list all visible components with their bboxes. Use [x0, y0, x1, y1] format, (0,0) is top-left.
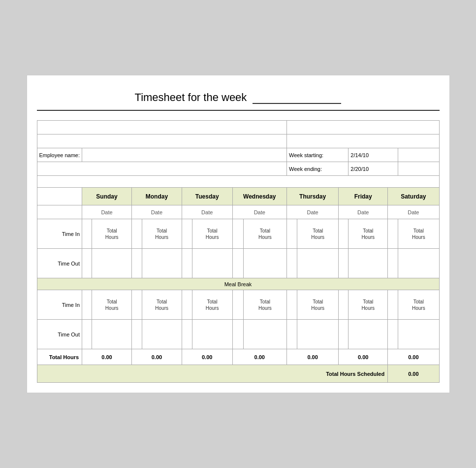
- friday-timeout-hours-1: [349, 249, 388, 278]
- saturday-hours-1: TotalHours: [398, 219, 439, 249]
- title-text: Timesheet for the week: [135, 91, 247, 103]
- wednesday-total: 0.00: [232, 349, 286, 365]
- friday-date: Date: [339, 205, 388, 219]
- monday-timeout-hours-1: [142, 249, 182, 278]
- saturday-timein-1[interactable]: [388, 219, 398, 249]
- thursday-timein-1[interactable]: [286, 219, 297, 249]
- sunday-timeout-hours-1: [92, 249, 132, 278]
- total-scheduled-value: 0.00: [388, 365, 439, 383]
- empty-header: [37, 188, 82, 205]
- tuesday-date: Date: [182, 205, 232, 219]
- title-row: Timesheet for the week: [37, 85, 440, 111]
- top-row-3: [37, 134, 439, 148]
- friday-timein-2[interactable]: [339, 290, 349, 320]
- friday-timein-1[interactable]: [339, 219, 349, 249]
- saturday-hours-2: TotalHours: [398, 290, 439, 320]
- meal-break-row: Meal Break: [37, 278, 439, 290]
- thursday-total: 0.00: [286, 349, 338, 365]
- saturday-timeout-2[interactable]: [388, 320, 398, 349]
- tuesday-timeout-hours-2: [192, 320, 232, 349]
- saturday-header: Saturday: [388, 188, 439, 205]
- title-underline: [253, 90, 341, 104]
- friday-timeout-hours-2: [349, 320, 388, 349]
- monday-total: 0.00: [132, 349, 182, 365]
- saturday-timeout-1[interactable]: [388, 249, 398, 278]
- week-ending-row: Week ending: 2/20/10: [37, 162, 439, 176]
- thursday-timein-2[interactable]: [286, 290, 297, 320]
- thursday-timeout-hours-2: [297, 320, 339, 349]
- wednesday-date: Date: [232, 205, 286, 219]
- sunday-total: 0.00: [82, 349, 132, 365]
- monday-timeout-1[interactable]: [132, 249, 142, 278]
- timesheet-table: Employee name: Week starting: 2/14/10 We…: [37, 111, 440, 383]
- week-ending-spacer: [37, 162, 286, 176]
- wednesday-timeout-hours-2: [243, 320, 286, 349]
- thursday-timeout-2[interactable]: [286, 320, 297, 349]
- wednesday-timeout-1[interactable]: [232, 249, 243, 278]
- sunday-timeout-2[interactable]: [82, 320, 92, 349]
- time-in-label-2: Time In: [37, 290, 82, 320]
- date-empty: [37, 205, 82, 219]
- wednesday-hours-1: TotalHours: [243, 219, 286, 249]
- thursday-hours-1: TotalHours: [297, 219, 339, 249]
- tuesday-timeout-1[interactable]: [182, 249, 192, 278]
- page: Timesheet for the week Employee name: We…: [27, 75, 450, 394]
- time-in-row-2: Time In TotalHours TotalHours TotalHours…: [37, 290, 439, 320]
- sunday-timein-1[interactable]: [82, 219, 92, 249]
- employee-label: Employee name:: [37, 148, 82, 162]
- tuesday-timein-1[interactable]: [182, 219, 192, 249]
- thursday-header: Thursday: [286, 188, 338, 205]
- thursday-timeout-hours-1: [297, 249, 339, 278]
- tuesday-header: Tuesday: [182, 188, 232, 205]
- wednesday-timeout-hours-1: [243, 249, 286, 278]
- friday-hours-2: TotalHours: [349, 290, 388, 320]
- employee-row: Employee name: Week starting: 2/14/10: [37, 148, 439, 162]
- blank-spacer: [37, 176, 439, 188]
- week-starting-label: Week starting:: [286, 148, 348, 162]
- tuesday-timeout-2[interactable]: [182, 320, 192, 349]
- top-row-1: [37, 111, 439, 121]
- total-scheduled-row: Total Hours Scheduled 0.00: [37, 365, 439, 383]
- week-ending-label: Week ending:: [286, 162, 348, 176]
- friday-timeout-1[interactable]: [339, 249, 349, 278]
- monday-timein-2[interactable]: [132, 290, 142, 320]
- saturday-timeout-hours-1: [398, 249, 439, 278]
- friday-total: 0.00: [339, 349, 388, 365]
- tuesday-timein-2[interactable]: [182, 290, 192, 320]
- time-out-row-2: Time Out: [37, 320, 439, 349]
- monday-timeout-2[interactable]: [132, 320, 142, 349]
- tuesday-hours-2: TotalHours: [192, 290, 232, 320]
- sunday-timeout-hours-2: [92, 320, 132, 349]
- monday-timein-1[interactable]: [132, 219, 142, 249]
- saturday-timein-2[interactable]: [388, 290, 398, 320]
- sunday-timeout-1[interactable]: [82, 249, 92, 278]
- tuesday-total: 0.00: [182, 349, 232, 365]
- day-header-row: Sunday Monday Tuesday Wednesday Thursday…: [37, 188, 439, 205]
- week-ending-value: 2/20/10: [349, 162, 398, 176]
- top-row-2: [37, 121, 439, 134]
- friday-header: Friday: [339, 188, 388, 205]
- monday-hours-1: TotalHours: [142, 219, 182, 249]
- time-in-label-1: Time In: [37, 219, 82, 249]
- sunday-hours-2: TotalHours: [92, 290, 132, 320]
- sunday-timein-2[interactable]: [82, 290, 92, 320]
- week-starting-spacer: [398, 148, 439, 162]
- total-hours-label: Total Hours: [37, 349, 82, 365]
- thursday-timeout-1[interactable]: [286, 249, 297, 278]
- wednesday-timeout-2[interactable]: [232, 320, 243, 349]
- sunday-hours-1: TotalHours: [92, 219, 132, 249]
- thursday-date: Date: [286, 205, 338, 219]
- employee-input-cell[interactable]: [82, 148, 287, 162]
- friday-timeout-2[interactable]: [339, 320, 349, 349]
- wednesday-hours-2: TotalHours: [243, 290, 286, 320]
- total-hours-row: Total Hours 0.00 0.00 0.00 0.00 0.00 0.0…: [37, 349, 439, 365]
- time-out-row-1: Time Out: [37, 249, 439, 278]
- tuesday-timeout-hours-1: [192, 249, 232, 278]
- wednesday-header: Wednesday: [232, 188, 286, 205]
- wednesday-timein-1[interactable]: [232, 219, 243, 249]
- saturday-date: Date: [388, 205, 439, 219]
- monday-date: Date: [132, 205, 182, 219]
- wednesday-timein-2[interactable]: [232, 290, 243, 320]
- total-scheduled-label: Total Hours Scheduled: [37, 365, 388, 383]
- sunday-date: Date: [82, 205, 132, 219]
